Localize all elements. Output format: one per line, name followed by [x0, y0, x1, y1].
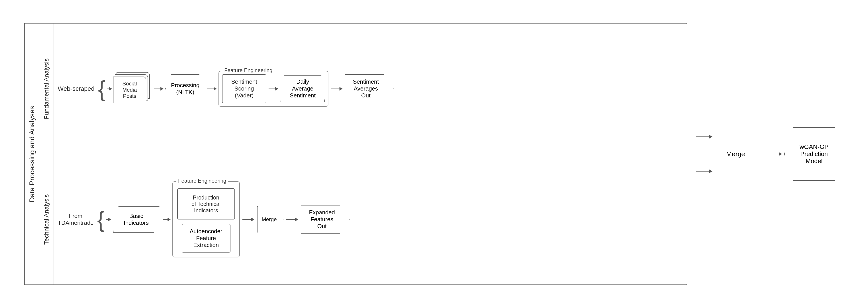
brace-top: { — [98, 78, 105, 100]
processing-node: Processing (NLTK) — [165, 74, 205, 103]
top-to-merge-arrow — [696, 135, 712, 138]
arrow-1 — [107, 87, 112, 90]
social-media-label: SocialMedia Posts — [114, 78, 146, 102]
arrow-b1 — [106, 218, 111, 221]
merge-small-node: Merge — [257, 206, 284, 233]
autoencoder-label: Autoencoder Feature Extraction — [190, 228, 222, 248]
autoencoder-box-wrap: Autoencoder Feature Extraction — [182, 224, 230, 253]
production-label: Production of Technical Indicators — [191, 194, 221, 214]
wgan-shape: wGAN-GP Prediction Model — [784, 128, 844, 180]
expanded-out-label: Expanded Features Out — [306, 209, 338, 230]
feature-box-top: Feature Engineering Sentiment Scoring (V… — [218, 71, 329, 107]
merge-small-label: Merge — [262, 216, 277, 223]
daily-avg-node: Daily Average Sentiment — [281, 76, 325, 102]
production-node: Production of Technical Indicators — [177, 188, 235, 220]
merge-large-node: Merge — [717, 132, 761, 176]
basic-indicators-node: Basic Indicators — [113, 206, 160, 233]
sentiment-out-shape: Sentiment Averages Out — [345, 74, 394, 103]
technical-label: Technical Analysis — [43, 194, 50, 245]
wgan-label: wGAN-GP Prediction Model — [800, 143, 829, 165]
social-media-node: SocialMedia Posts — [112, 72, 152, 105]
rows-area: Fundamental Analysis Web-scraped { — [40, 24, 687, 284]
right-panel: Merge wGAN-GP Prediction Model — [696, 128, 844, 180]
arrow-b4 — [286, 218, 298, 221]
merge-small-shape: Merge — [257, 206, 284, 233]
outer-label-area: Data Processing and Analyses — [25, 24, 40, 284]
merge-large-shape: Merge — [717, 132, 761, 176]
bottom-row: Technical Analysis From TDAmeritrade { — [40, 154, 687, 284]
autoencoder-row: Autoencoder Feature Extraction — [182, 224, 230, 253]
inner-feature-col: Production of Technical Indicators Autoe… — [177, 188, 235, 253]
web-scraped-label: Web-scraped — [58, 85, 95, 92]
fundamental-label-area: Fundamental Analysis — [40, 24, 53, 154]
fundamental-label: Fundamental Analysis — [43, 58, 50, 119]
expanded-out-node: Expanded Features Out — [301, 205, 350, 234]
top-row-content: Web-scraped { So — [53, 64, 687, 113]
arrow-b3 — [242, 218, 254, 221]
sentiment-out-label: Sentiment Averages Out — [353, 78, 379, 99]
outer-box: Data Processing and Analyses Fundamental… — [24, 23, 687, 285]
brace-bottom: { — [97, 208, 104, 230]
arrow-4 — [269, 87, 278, 90]
technical-label-area: Technical Analysis — [40, 154, 53, 284]
connectors-col — [696, 135, 712, 173]
feature-box-bottom: Feature Engineering Production of Techni… — [173, 181, 240, 257]
merge-label: Merge — [726, 150, 745, 158]
wgan-node: wGAN-GP Prediction Model — [784, 128, 844, 180]
tda-source-label: From TDAmeritrade — [58, 213, 94, 226]
basic-indicators-label: Basic Indicators — [124, 213, 149, 226]
hexagon-shape: Processing (NLTK) — [165, 74, 205, 103]
bottom-row-content: From TDAmeritrade { Basic Indicators — [53, 175, 687, 264]
trapezoid-shape: Daily Average Sentiment — [281, 76, 325, 102]
arrow-b2 — [163, 218, 170, 221]
arrow-5 — [331, 87, 343, 90]
feature-engineering-bottom-label: Feature Engineering — [176, 178, 228, 184]
bottom-to-merge-arrow — [696, 170, 712, 173]
feature-engineering-top-label: Feature Engineering — [222, 67, 274, 74]
merge-to-wgan-arrow — [768, 152, 782, 156]
processing-label: Processing (NLTK) — [168, 82, 203, 96]
outer-label: Data Processing and Analyses — [28, 106, 36, 202]
expanded-out-shape: Expanded Features Out — [301, 205, 350, 234]
arrow-3 — [207, 87, 217, 90]
sentiment-scoring-label: Sentiment Scoring (Vader) — [231, 78, 257, 99]
autoencoder-node: Autoencoder Feature Extraction — [182, 224, 230, 253]
daily-avg-label: Daily Average Sentiment — [290, 78, 315, 99]
sentiment-out-node: Sentiment Averages Out — [345, 74, 394, 103]
diagram-container: Data Processing and Analyses Fundamental… — [24, 12, 844, 296]
arrow-2 — [154, 87, 163, 90]
top-row: Fundamental Analysis Web-scraped { — [40, 24, 687, 154]
sentiment-scoring-node: Sentiment Scoring (Vader) — [222, 74, 266, 103]
parallelogram-shape: Basic Indicators — [113, 206, 160, 233]
page-front: SocialMedia Posts — [113, 77, 146, 103]
